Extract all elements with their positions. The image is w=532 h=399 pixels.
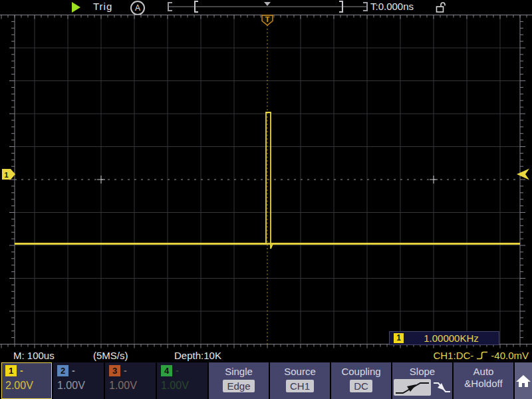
ch4-coupling-dash: - (176, 365, 179, 376)
memory-depth-readout: Depth:10K (174, 350, 221, 361)
channel-1-button[interactable]: 1- 2.00V (1, 362, 52, 399)
rising-slope-selected-icon[interactable] (394, 379, 431, 396)
trigger-mode-button[interactable]: Single Edge (209, 362, 269, 399)
trigger-mode-label: Single (209, 366, 269, 377)
trigger-coupling-label: Coupling (331, 366, 391, 377)
ch1-marker-number: 1 (4, 171, 8, 179)
trigger-coupling-value: DC (350, 380, 372, 392)
ch1-badge: 1 (5, 365, 17, 376)
ch2-coupling-dash: - (72, 365, 75, 376)
trigger-source-value: CH1 (286, 380, 314, 392)
trigger-level-value: -40.0mV (491, 350, 529, 361)
channel-3-button[interactable]: 3- 1.00V (105, 362, 156, 399)
trigger-slope-button[interactable]: Slope (392, 362, 452, 399)
ch1-volts-per-div: 2.00V (5, 380, 51, 392)
auto-holdoff-button[interactable]: Auto &Holdoff (454, 362, 513, 399)
graticule-display: T 1 (0, 0, 532, 362)
freq-channel-badge: 1 (394, 333, 404, 343)
trigger-slope-label: Slope (392, 366, 452, 377)
freq-value: 1.00000KHz (404, 332, 499, 344)
ch1-position-marker[interactable]: 1 (2, 169, 15, 180)
ch4-volts-per-div: 1.00V (161, 380, 207, 392)
home-button[interactable] (515, 362, 532, 399)
trigger-source-button[interactable]: Source CH1 (270, 362, 330, 399)
rising-edge-icon (475, 350, 489, 361)
trigger-settings-readout: CH1:DC- -40.0mV (433, 350, 529, 361)
ch2-badge: 2 (57, 365, 68, 376)
soft-menu-bar: 1- 2.00V 2- 1.00V 3- 1.00V 4- 1.00V Sing… (0, 362, 532, 399)
ch3-coupling-dash: - (124, 365, 127, 376)
trigger-marker-letter: T (265, 15, 270, 23)
ch3-badge: 3 (109, 365, 120, 376)
cymometer-readout: 1 1.00000KHz (389, 331, 499, 345)
bottom-status-bar: M: 100us (5MS/s) Depth:10K CH1:DC- -40.0… (0, 348, 532, 362)
ch1-coupling-dash: - (20, 365, 23, 376)
auto-holdoff-label-line2: &Holdoff (454, 378, 513, 389)
sample-rate-readout: (5MS/s) (93, 350, 128, 361)
trigger-position-marker[interactable]: T (262, 15, 273, 25)
ch4-badge: 4 (161, 365, 172, 376)
trigger-source-coupling: CH1:DC- (433, 350, 473, 361)
falling-slope-icon[interactable] (433, 379, 451, 396)
auto-holdoff-label-line1: Auto (454, 366, 513, 377)
ch2-volts-per-div: 1.00V (57, 380, 103, 392)
trigger-source-label: Source (270, 366, 330, 377)
trigger-mode-value: Edge (223, 380, 254, 392)
channel-4-button[interactable]: 4- 1.00V (157, 362, 207, 399)
house-icon (515, 374, 531, 388)
timebase-readout: M: 100us (13, 350, 55, 361)
trigger-level-marker[interactable] (517, 169, 529, 180)
ch3-volts-per-div: 1.00V (109, 380, 155, 392)
trigger-coupling-button[interactable]: Coupling DC (331, 362, 391, 399)
channel-2-button[interactable]: 2- 1.00V (53, 362, 104, 399)
